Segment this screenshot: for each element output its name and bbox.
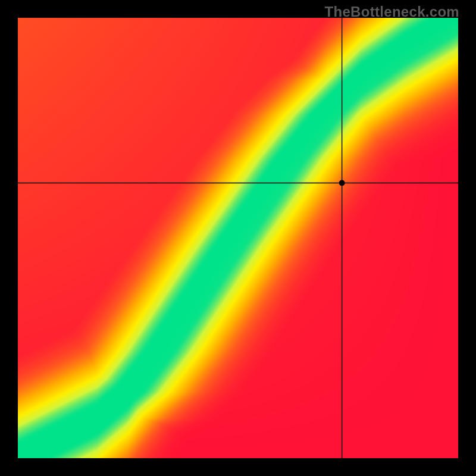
chart-frame: TheBottleneck.com: [0, 0, 476, 476]
plot-area: [18, 18, 458, 458]
heatmap-canvas: [18, 18, 458, 458]
